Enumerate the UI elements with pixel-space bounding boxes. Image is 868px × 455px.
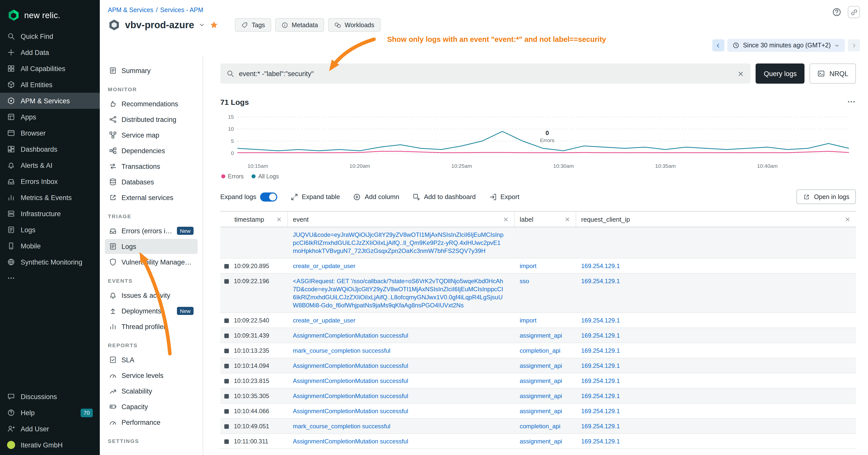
label-link[interactable]: import	[520, 262, 536, 269]
event-link[interactable]: AssignmentCompletionMutation successful	[293, 332, 408, 339]
ip-link[interactable]: 169.254.129.1	[581, 362, 620, 369]
log-row[interactable]: 10:09:20.895create_or_update_userimport1…	[220, 259, 856, 273]
event-link[interactable]: create_or_update_user	[293, 317, 355, 324]
panel-menu-icon[interactable]	[847, 97, 856, 106]
log-query-input[interactable]	[239, 70, 733, 77]
event-link[interactable]: AssignmentCompletionMutation successful	[293, 392, 408, 399]
label-link[interactable]: assignment_api	[520, 438, 562, 445]
entity-nav-item-transactions[interactable]: Transactions	[105, 159, 197, 174]
entity-nav-item-summary[interactable]: Summary	[105, 63, 197, 78]
sidebar-item-infrastructure[interactable]: Infrastructure	[0, 205, 100, 222]
entity-nav-item-recommendations[interactable]: Recommendations	[105, 96, 197, 111]
sidebar-item-quick-find[interactable]: Quick Find	[0, 28, 100, 44]
row-expand-handle[interactable]	[224, 318, 229, 323]
tags-button[interactable]: Tags	[235, 18, 271, 32]
label-link[interactable]: assignment_api	[520, 378, 562, 385]
expand-table-button[interactable]: Expand table	[290, 193, 340, 201]
label-link[interactable]: sso	[520, 278, 529, 285]
log-row[interactable]: 10:10:49.051mark_course_completion succe…	[220, 419, 856, 434]
log-row[interactable]: 10:09:31.439AssignmentCompletionMutation…	[220, 328, 856, 343]
event-link[interactable]: AssignmentCompletionMutation successful	[293, 408, 408, 415]
row-expand-handle[interactable]	[224, 333, 229, 338]
entity-nav-item-service-levels[interactable]: Service levels	[105, 368, 197, 383]
time-back-button[interactable]	[712, 39, 724, 52]
breadcrumb-link-services[interactable]: Services - APM	[160, 6, 204, 13]
breadcrumb-link-apm[interactable]: APM & Services	[108, 6, 154, 13]
time-forward-button[interactable]	[848, 39, 860, 52]
event-link[interactable]: mark_course_completion successful	[293, 423, 391, 430]
copy-link-button[interactable]	[848, 6, 860, 18]
event-link[interactable]: JUQVU&code=eyJraWQiOiJjcGltY29yZV8wOTI1M…	[293, 231, 503, 255]
row-expand-handle[interactable]	[224, 394, 229, 398]
ip-link[interactable]: 169.254.129.1	[581, 438, 620, 445]
label-link[interactable]: import	[520, 317, 536, 324]
sidebar-item-all-entities[interactable]: All Entities	[0, 76, 100, 93]
sidebar-item-logs[interactable]: Logs	[0, 222, 100, 238]
remove-column-icon[interactable]	[502, 216, 509, 223]
query-logs-button[interactable]: Query logs	[755, 64, 805, 84]
sidebar-item-alerts-ai[interactable]: Alerts & AI	[0, 157, 100, 173]
sidebar-item-mobile[interactable]: Mobile	[0, 238, 100, 254]
remove-column-icon[interactable]	[844, 216, 851, 223]
event-link[interactable]: <ASGIRequest: GET '/sso/callback/?state=…	[293, 278, 503, 309]
entity-nav-item-distributed-tracing[interactable]: Distributed tracing	[105, 112, 197, 127]
event-link[interactable]: mark_course_completion successful	[293, 347, 391, 354]
sidebar-item-metrics-events[interactable]: Metrics & Events	[0, 190, 100, 205]
entity-nav-item-vulnerability-management[interactable]: Vulnerability Management	[105, 255, 197, 269]
sidebar-item-synthetic-monitoring[interactable]: Synthetic Monitoring	[0, 254, 100, 270]
row-expand-handle[interactable]	[224, 363, 229, 368]
entity-nav-item-dependencies[interactable]: Dependencies	[105, 143, 197, 158]
label-link[interactable]: completion_api	[520, 423, 560, 430]
label-link[interactable]: assignment_api	[520, 332, 562, 339]
sidebar-item-errors-inbox[interactable]: Errors Inbox	[0, 173, 100, 190]
sidebar-item-help[interactable]: Help70	[0, 404, 100, 421]
column-header-timestamp[interactable]: timestamp	[220, 212, 288, 227]
row-expand-handle[interactable]	[224, 424, 229, 428]
legend-item-errors[interactable]: Errors	[221, 173, 244, 180]
ip-link[interactable]: 169.254.129.1	[581, 392, 620, 399]
ip-link[interactable]: 169.254.129.1	[581, 378, 620, 385]
entity-nav-item-errors-errors-inb[interactable]: Errors (errors inb...New	[105, 223, 197, 238]
sidebar-item-browser[interactable]: Browser	[0, 125, 100, 141]
export-button[interactable]: Export	[489, 193, 520, 201]
log-row[interactable]: 10:11:00.311AssignmentCompletionMutation…	[220, 434, 856, 449]
row-expand-handle[interactable]	[224, 379, 229, 383]
entity-nav-item-databases[interactable]: Databases	[105, 174, 197, 190]
time-picker[interactable]: Since 30 minutes ago (GMT+2)	[727, 39, 845, 52]
new-relic-logo[interactable]: new relic.	[0, 0, 100, 28]
label-link[interactable]: assignment_api	[520, 408, 562, 415]
ip-link[interactable]: 169.254.129.1	[581, 423, 620, 430]
column-header-request-client-ip[interactable]: request_client_ip	[576, 212, 856, 227]
ip-link[interactable]: 169.254.129.1	[581, 347, 620, 354]
favorite-star-icon[interactable]	[210, 21, 218, 29]
add-to-dashboard-button[interactable]: Add to dashboard	[412, 193, 475, 201]
log-query-bar[interactable]	[220, 64, 750, 84]
log-row[interactable]: 10:09:22.540create_or_update_userimport1…	[220, 313, 856, 328]
clear-query-icon[interactable]	[737, 70, 744, 77]
metadata-button[interactable]: Metadata	[275, 18, 324, 32]
entity-nav-item-performance[interactable]: Performance	[105, 415, 197, 430]
label-link[interactable]: assignment_api	[520, 392, 562, 399]
entity-nav-item-scalability[interactable]: Scalability	[105, 384, 197, 398]
log-row[interactable]: 10:10:35.305AssignmentCompletionMutation…	[220, 389, 856, 403]
legend-item-all-logs[interactable]: All Logs	[252, 173, 279, 180]
entity-switcher-chevron-icon[interactable]	[199, 22, 206, 28]
sidebar-item-more[interactable]	[0, 270, 100, 286]
workloads-button[interactable]: Workloads	[328, 18, 380, 32]
remove-column-icon[interactable]	[564, 216, 570, 223]
row-expand-handle[interactable]	[224, 409, 229, 414]
entity-nav-item-thread-profiler[interactable]: Thread profiler	[105, 319, 197, 334]
event-link[interactable]: create_or_update_user	[293, 262, 355, 269]
ip-link[interactable]: 169.254.129.1	[581, 262, 620, 269]
sidebar-item-dashboards[interactable]: Dashboards	[0, 141, 100, 157]
ip-link[interactable]: 169.254.129.1	[581, 332, 620, 339]
sidebar-item-iterativ-gmbh[interactable]: Iterativ GmbH	[0, 437, 100, 453]
sidebar-item-all-capabilities[interactable]: All Capabilities	[0, 61, 100, 76]
entity-nav-item-issues-activity[interactable]: Issues & activity	[105, 288, 197, 303]
column-header-event[interactable]: event	[288, 212, 515, 227]
entity-nav-item-service-map[interactable]: Service map	[105, 128, 197, 142]
ip-link[interactable]: 169.254.129.1	[581, 278, 620, 285]
sidebar-item-add-data[interactable]: Add Data	[0, 44, 100, 61]
log-row[interactable]: 10:10:14.094AssignmentCompletionMutation…	[220, 358, 856, 373]
sidebar-item-apps[interactable]: Apps	[0, 109, 100, 125]
